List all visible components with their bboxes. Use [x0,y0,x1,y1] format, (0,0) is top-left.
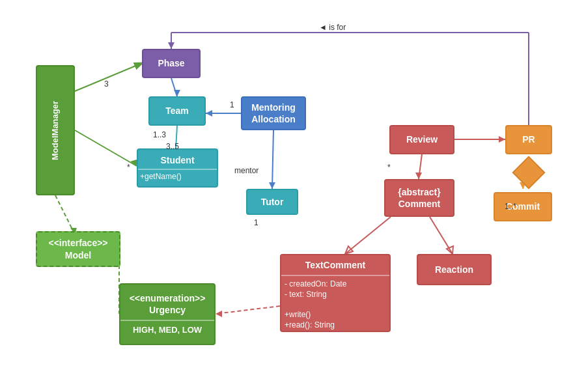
label-mentor: mentor [234,166,258,175]
label-1-2: 1 [254,218,258,227]
svg-marker-18 [216,311,222,317]
svg-marker-10 [206,110,212,117]
label-3-5: 3..5 [166,142,179,151]
is-for-label: ◄ is for [319,23,346,32]
model-manager-box: ModelManager [36,65,75,195]
svg-line-14 [55,195,75,234]
label-1-star: 1..* [505,202,516,211]
label-1-3: 1..3 [153,130,166,139]
label-1: 1 [230,100,234,109]
svg-line-27 [430,217,453,254]
svg-line-17 [216,306,280,314]
svg-marker-12 [269,182,275,189]
label-star-2: * [387,163,391,172]
student-box: Student +getName() [137,148,218,188]
svg-marker-8 [174,90,180,96]
svg-line-21 [419,154,422,179]
interface-model-box: <<interface>>Model [36,231,120,267]
label-3: 3 [104,79,109,89]
svg-marker-6 [130,160,137,166]
phase-box: Phase [142,49,201,78]
svg-line-5 [75,130,137,166]
svg-marker-22 [415,173,422,179]
svg-marker-28 [447,246,453,254]
pr-diamond [512,156,546,189]
mentoring-allocation-box: MentoringAllocation [241,96,306,130]
pr-box: PR [505,125,552,154]
svg-marker-3 [168,42,174,49]
uml-diagram: ModelManager Phase Team Student +getName… [0,0,586,392]
reaction-box: Reaction [417,254,492,285]
tutor-box: Tutor [246,189,298,215]
commit-box: Commit [494,192,552,221]
urgency-box: <<enumeration>>Urgency HIGH, MED, LOW [119,283,216,345]
svg-line-7 [171,78,177,96]
label-star-1: * [127,163,130,172]
svg-marker-26 [345,246,353,254]
text-comment-box: TextComment - createdOn: Date - text: St… [280,254,391,332]
svg-line-25 [345,217,391,254]
abstract-comment-box: {abstract}Comment [384,179,454,217]
review-box: Review [389,125,454,154]
svg-line-11 [272,130,273,189]
svg-marker-20 [499,136,505,143]
team-box: Team [148,96,206,126]
